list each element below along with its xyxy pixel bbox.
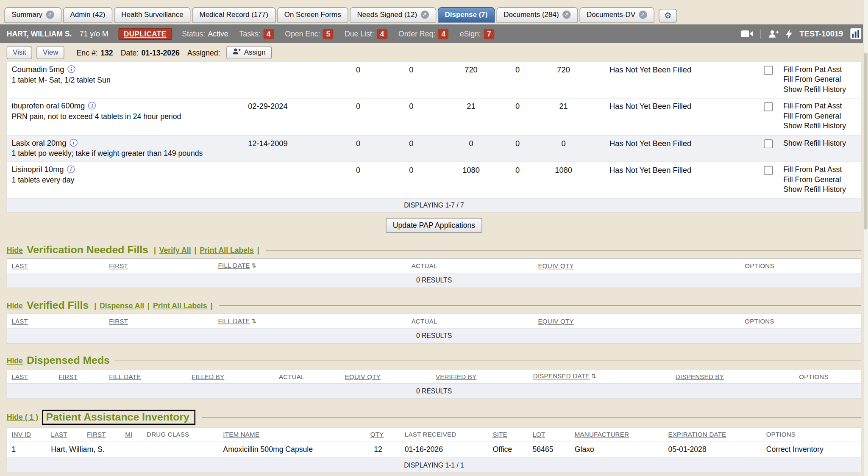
col-last[interactable]: LAST bbox=[47, 428, 83, 441]
tab-health-surveillance[interactable]: Health Surveillance bbox=[114, 7, 190, 23]
col-equiv-qty[interactable]: EQUIV QTY bbox=[534, 259, 660, 272]
esign-count-badge[interactable]: 7 bbox=[484, 28, 494, 39]
medication-row: Lisinopril 10mg i 1 tablets every day 0 … bbox=[7, 162, 861, 199]
tab-summary[interactable]: Summary ↗ bbox=[4, 7, 61, 23]
med-checkbox[interactable] bbox=[764, 166, 773, 175]
info-icon[interactable]: i bbox=[67, 65, 75, 73]
col-inv-id[interactable]: INV ID bbox=[7, 428, 47, 441]
col-mi[interactable]: MI bbox=[121, 428, 142, 441]
hide-link[interactable]: Hide bbox=[7, 302, 23, 310]
col-last[interactable]: LAST bbox=[7, 370, 54, 383]
verify-all-link[interactable]: Verify All bbox=[159, 246, 191, 255]
col-fill-date[interactable]: FILL DATE bbox=[105, 370, 187, 383]
fill-from-general-link[interactable]: Fill From General bbox=[783, 174, 861, 184]
show-refill-history-link[interactable]: Show Refill History bbox=[783, 121, 861, 131]
fill-from-pat-asst-link[interactable]: Fill From Pat Asst bbox=[783, 65, 861, 75]
fill-date bbox=[244, 65, 331, 65]
checkbox-cell bbox=[758, 102, 779, 112]
open-enc-count-badge[interactable]: 5 bbox=[323, 28, 334, 39]
col-dispensed-date[interactable]: DISPENSED DATE⇅ bbox=[529, 370, 633, 384]
col-manufacturer[interactable]: MANUFACTURER bbox=[570, 428, 664, 441]
col-dispensed-by[interactable]: DISPENSED BY bbox=[633, 370, 769, 383]
dispense-all-link[interactable]: Dispense All bbox=[100, 302, 144, 310]
verification-fills-table: LAST FIRST FILL DATE⇅ ACTUAL EQUIV QTY O… bbox=[7, 258, 862, 288]
popout-icon[interactable]: ↗ bbox=[46, 11, 54, 19]
show-refill-history-link[interactable]: Show Refill History bbox=[783, 185, 861, 194]
col-verified-by[interactable]: VERIFIED BY bbox=[431, 370, 529, 383]
hide-link[interactable]: Hide bbox=[7, 357, 23, 365]
med-checkbox[interactable] bbox=[764, 66, 773, 75]
col-equiv-qty[interactable]: EQUIV QTY bbox=[340, 370, 431, 383]
fill-from-pat-asst-link[interactable]: Fill From Pat Asst bbox=[783, 165, 861, 174]
correct-inventory-link[interactable]: Correct Inventory bbox=[762, 446, 861, 454]
col-first[interactable]: FIRST bbox=[105, 259, 214, 272]
col-last[interactable]: LAST bbox=[7, 259, 105, 272]
tab-label: Admin (42) bbox=[70, 11, 105, 19]
section-header: Hide Dispensed Meds bbox=[7, 355, 862, 367]
scrollbar[interactable] bbox=[863, 0, 868, 476]
hide-link[interactable]: Hide bbox=[7, 246, 23, 255]
lightning-icon[interactable] bbox=[786, 29, 792, 39]
view-button[interactable]: View bbox=[37, 46, 64, 59]
add-user-icon[interactable] bbox=[768, 30, 779, 38]
med-checkbox[interactable] bbox=[764, 139, 773, 148]
print-all-labels-link[interactable]: Print All Labels bbox=[153, 302, 207, 310]
stats-chart-icon[interactable] bbox=[850, 28, 861, 39]
displaying-count: DISPLAYING 1-7 / 7 bbox=[7, 199, 861, 212]
settings-button[interactable]: ⚙ bbox=[659, 9, 677, 23]
col-equiv-qty[interactable]: EQUIV QTY bbox=[534, 315, 660, 328]
col-fill-date[interactable]: FILL DATE⇅ bbox=[214, 259, 317, 273]
col-first[interactable]: FIRST bbox=[83, 428, 121, 441]
col-site[interactable]: SITE bbox=[488, 428, 528, 441]
assign-button[interactable]: Assign bbox=[226, 46, 272, 59]
popout-icon[interactable]: ↗ bbox=[420, 11, 429, 19]
hide-link[interactable]: Hide ( 1 ) bbox=[7, 413, 38, 422]
fill-date: 02-29-2024 bbox=[244, 102, 331, 111]
col-filled-by[interactable]: FILLED BY bbox=[187, 370, 245, 383]
due-list-count-badge[interactable]: 4 bbox=[377, 28, 387, 39]
popout-icon[interactable]: ↗ bbox=[639, 11, 647, 19]
divider bbox=[761, 29, 761, 39]
medication-row: Lasix oral 20mg i 1 tablet po weekly; ta… bbox=[7, 136, 861, 162]
video-camera-icon[interactable] bbox=[741, 30, 754, 38]
col-expiration-date[interactable]: EXPIRATION DATE bbox=[664, 428, 762, 441]
popout-icon[interactable]: ↗ bbox=[562, 11, 570, 19]
tab-documents-dv[interactable]: Documents-DV ↗ bbox=[579, 7, 654, 23]
date-label: Date: bbox=[121, 48, 139, 57]
fill-from-pat-asst-link[interactable]: Fill From Pat Asst bbox=[783, 102, 861, 111]
tab-needs-signed[interactable]: Needs Signed (12) ↗ bbox=[350, 7, 436, 23]
update-pap-applications-button[interactable]: Update PAP Applications bbox=[386, 218, 482, 233]
col-item-name[interactable]: ITEM NAME bbox=[219, 428, 356, 441]
show-refill-history-link[interactable]: Show Refill History bbox=[783, 138, 861, 148]
scrollbar-thumb[interactable] bbox=[864, 53, 868, 230]
med-checkbox[interactable] bbox=[764, 102, 773, 111]
tab-documents[interactable]: Documents (284) ↗ bbox=[496, 7, 578, 23]
tab-on-screen-forms[interactable]: On Screen Forms bbox=[277, 7, 348, 23]
info-icon[interactable]: i bbox=[70, 139, 77, 147]
enc-number-value: 132 bbox=[100, 48, 113, 57]
col-first[interactable]: FIRST bbox=[54, 370, 105, 383]
fill-from-general-link[interactable]: Fill From General bbox=[783, 111, 861, 121]
duplicate-badge[interactable]: DUPLICATE bbox=[118, 28, 172, 39]
patient-bar-actions: TEST-10019 bbox=[741, 28, 861, 39]
col-first[interactable]: FIRST bbox=[105, 315, 214, 328]
col-qty[interactable]: QTY bbox=[356, 428, 400, 441]
col-lot[interactable]: LOT bbox=[528, 428, 570, 441]
section-title: Verification Needed Fills bbox=[27, 244, 148, 256]
col-fill-date[interactable]: FILL DATE⇅ bbox=[214, 314, 317, 328]
tasks-count-badge[interactable]: 4 bbox=[263, 28, 274, 39]
print-all-labels-link[interactable]: Print All Labels bbox=[200, 246, 254, 255]
fill-status: Has Not Yet Been Filled bbox=[597, 165, 758, 174]
show-refill-history-link[interactable]: Show Refill History bbox=[783, 84, 861, 94]
fill-from-general-link[interactable]: Fill From General bbox=[783, 75, 861, 84]
med-name-cell: Lisinopril 10mg i 1 tablets every day bbox=[7, 165, 244, 184]
visit-button[interactable]: Visit bbox=[7, 46, 33, 59]
info-icon[interactable]: i bbox=[67, 165, 75, 173]
tab-dispense[interactable]: Dispense (7) bbox=[437, 7, 495, 23]
tab-medical-record[interactable]: Medical Record (177) bbox=[192, 7, 275, 23]
separator: | bbox=[257, 246, 259, 255]
tab-admin[interactable]: Admin (42) bbox=[63, 7, 112, 23]
info-icon[interactable]: i bbox=[88, 102, 96, 110]
order-req-count-badge[interactable]: 4 bbox=[438, 28, 449, 39]
col-last[interactable]: LAST bbox=[7, 315, 105, 328]
